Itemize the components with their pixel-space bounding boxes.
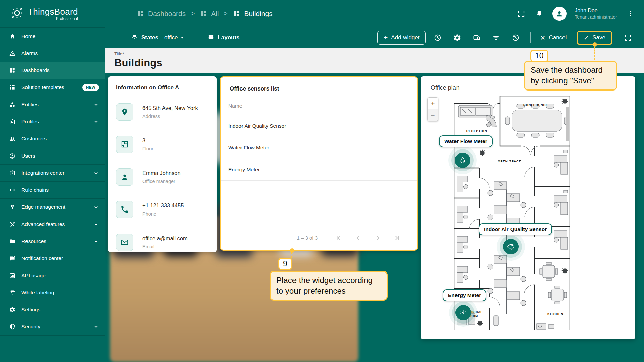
zoom-in-button[interactable]: + xyxy=(427,97,438,109)
column-header-name[interactable]: Name xyxy=(221,92,417,115)
info-value: office.a@mail.com xyxy=(142,235,188,242)
sensors-list-widget[interactable]: Office sensors list Name Indoor Air Qual… xyxy=(220,76,418,251)
topbar-actions: John Doe Tenant administrator xyxy=(516,7,644,21)
sidebar-item-label: Home xyxy=(21,33,35,39)
previous-page-icon[interactable] xyxy=(353,232,364,244)
integration-icon xyxy=(9,169,16,177)
paint-roller-icon xyxy=(9,289,16,296)
entities-icon xyxy=(9,101,16,108)
info-value: +1 121 333 4455 xyxy=(142,202,184,209)
gear-icon xyxy=(9,306,16,313)
folder-icon xyxy=(9,238,16,245)
sidebar-item-customers[interactable]: Customers xyxy=(0,130,105,147)
table-row[interactable]: Energy Meter xyxy=(221,159,417,181)
fullscreen-icon[interactable] xyxy=(516,9,526,19)
sidebar-item-dashboards[interactable]: Dashboards xyxy=(0,62,105,79)
breadcrumb-separator: > xyxy=(191,10,195,17)
layouts-icon xyxy=(208,34,214,42)
sidebar-item-label: White labeling xyxy=(21,290,54,296)
cancel-button[interactable]: ✕ Cancel xyxy=(538,34,569,42)
marker-label-water-flow-meter[interactable]: Water Flow Meter xyxy=(439,135,493,147)
room-label-kitchen: KITCHEN xyxy=(547,312,564,316)
breadcrumb-buildings[interactable]: Buildings xyxy=(233,10,272,18)
callout-connector-line xyxy=(291,252,292,258)
sidebar-item-integrations-center[interactable]: Integrations center xyxy=(0,165,105,182)
sidebar-item-notification-center[interactable]: Notification center xyxy=(0,250,105,267)
zoom-out-button[interactable]: − xyxy=(427,109,438,121)
info-label: Floor xyxy=(142,146,153,152)
user-info[interactable]: John Doe Tenant administrator xyxy=(575,7,617,20)
info-label: Email xyxy=(142,244,188,249)
sidebar-item-security[interactable]: Security xyxy=(0,318,105,336)
breadcrumb-all[interactable]: All xyxy=(200,10,219,18)
sidebar-item-profiles[interactable]: Profiles xyxy=(0,113,105,130)
add-widget-button[interactable]: + Add widget xyxy=(377,31,426,45)
office-plan-widget[interactable]: Office plan + − xyxy=(421,76,635,339)
info-rows: 645 5th Ave, New York Address 3 Floor xyxy=(108,96,217,252)
table-row[interactable]: Indoor Air Quality Sensor xyxy=(221,115,417,137)
state-selector[interactable]: office xyxy=(164,34,184,41)
app-name: ThingsBoard xyxy=(28,7,78,17)
sidebar-item-api-usage[interactable]: API usage xyxy=(0,267,105,284)
person-circle-icon xyxy=(9,152,16,160)
tutorial-step-badge: 10 xyxy=(530,50,548,62)
toolbar-divider xyxy=(530,32,531,43)
sidebar-item-label: Rule chains xyxy=(21,187,49,193)
more-menu-icon[interactable] xyxy=(625,9,635,19)
avatar[interactable] xyxy=(552,7,567,21)
marker-water-drop-icon[interactable] xyxy=(455,153,470,168)
title-field-label: Title* xyxy=(114,51,644,56)
sidebar-item-resources[interactable]: Resources xyxy=(0,233,105,250)
marker-energy-icon[interactable] xyxy=(455,305,471,320)
sidebar-item-edge-management[interactable]: Edge management xyxy=(0,199,105,216)
map-zoom-control: + − xyxy=(427,97,438,121)
layouts-button[interactable]: Layouts xyxy=(218,34,239,41)
people-icon xyxy=(9,135,16,142)
first-page-icon[interactable] xyxy=(333,232,344,244)
caret-down-icon xyxy=(180,36,184,40)
info-row-manager: Emma Johnson Office manager xyxy=(108,161,217,193)
breadcrumb-dashboards[interactable]: Dashboards xyxy=(137,10,186,18)
save-button[interactable]: ✓ Save xyxy=(577,31,612,45)
sidebar-item-label: Advanced features xyxy=(21,221,65,227)
sidebar-item-users[interactable]: Users xyxy=(0,147,105,165)
new-badge: NEW xyxy=(82,84,99,91)
sidebar-item-rule-chains[interactable]: Rule chains xyxy=(0,182,105,199)
app-edition: Professional xyxy=(56,16,78,21)
filter-icon[interactable] xyxy=(489,31,503,44)
email-icon xyxy=(116,234,133,251)
edge-icon xyxy=(9,203,16,211)
entity-aliases-icon[interactable] xyxy=(469,31,484,44)
room-label-conference: CONFERENCE xyxy=(523,103,548,107)
sidebar-item-settings[interactable]: Settings xyxy=(0,301,105,318)
sidebar-item-entities[interactable]: Entities xyxy=(0,96,105,113)
sidebar-nav: Home Alarms Dashboards Solution template… xyxy=(0,27,105,336)
marker-air-quality-icon[interactable]: AQI xyxy=(503,239,519,254)
marker-label-indoor-air-quality[interactable]: Indoor Air Quality Sensor xyxy=(479,223,552,235)
version-history-icon[interactable] xyxy=(508,31,523,44)
info-widget[interactable]: Information on Office A 645 5th Ave, New… xyxy=(108,76,217,252)
layers-icon xyxy=(131,34,138,42)
notifications-bell-icon[interactable] xyxy=(534,9,544,19)
marker-label-energy-meter[interactable]: Energy Meter xyxy=(443,289,486,301)
breadcrumb-label: Dashboards xyxy=(148,10,186,18)
state-value: office xyxy=(164,34,178,41)
sidebar-item-home[interactable]: Home xyxy=(0,28,105,45)
expand-fullscreen-icon[interactable] xyxy=(621,31,635,44)
table-row[interactable]: Water Flow Meter xyxy=(221,137,417,159)
dashboard-settings-gear-icon[interactable] xyxy=(450,31,465,44)
sidebar-item-alarms[interactable]: Alarms xyxy=(0,45,105,62)
thingsboard-logo-icon xyxy=(10,6,24,21)
app-logo[interactable]: ThingsBoard Professional xyxy=(0,0,105,27)
time-window-icon[interactable] xyxy=(430,31,445,44)
sidebar-item-solution-templates[interactable]: Solution templates NEW xyxy=(0,79,105,96)
user-name: John Doe xyxy=(575,7,617,14)
warning-icon xyxy=(9,50,16,57)
sidebar-item-advanced-features[interactable]: Advanced features xyxy=(0,216,105,233)
last-page-icon[interactable] xyxy=(391,232,403,244)
tutorial-step-badge: 9 xyxy=(278,258,292,270)
next-page-icon[interactable] xyxy=(372,232,383,244)
sidebar-item-label: Dashboards xyxy=(21,67,50,73)
sidebar-item-white-labeling[interactable]: White labeling xyxy=(0,284,105,301)
tutorial-step-text: Place the widget according to your prefe… xyxy=(270,271,388,301)
